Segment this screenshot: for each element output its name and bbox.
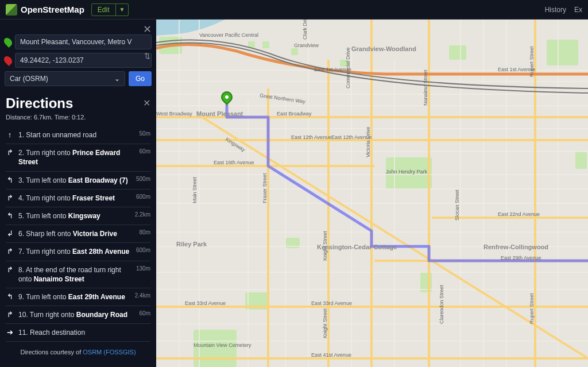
step-text: 9. Turn left onto East 29th Avenue <box>18 292 130 302</box>
svg-text:Clarendon Street: Clarendon Street <box>439 284 444 324</box>
svg-text:Fraser Street: Fraser Street <box>262 173 268 203</box>
direction-step[interactable]: ↱4. Turn right onto Fraser Street600m <box>6 190 150 207</box>
svg-text:East 16th Avenue: East 16th Avenue <box>214 160 254 165</box>
edit-dropdown-button[interactable]: ▼ <box>116 3 129 16</box>
route-form: ⇅ Car (OSRM) ⌄ Go <box>0 20 156 91</box>
svg-text:Mountain View Cemetery: Mountain View Cemetery <box>194 342 252 348</box>
to-marker-icon <box>2 55 14 66</box>
svg-rect-10 <box>262 41 269 48</box>
svg-text:East 41st Avenue: East 41st Avenue <box>311 352 351 358</box>
direction-step[interactable]: ➔11. Reach destination <box>6 324 150 342</box>
map-canvas[interactable]: Mount Pleasant Grandview-Woodland Riley … <box>156 20 588 367</box>
go-button[interactable]: Go <box>129 71 152 86</box>
directions-credit: Directions courtesy of OSRM (FOSSGIS) <box>6 342 150 362</box>
from-marker-icon <box>2 36 14 48</box>
step-text: 2. Turn right onto Prince Edward Street <box>18 148 135 167</box>
close-directions-button[interactable]: ✕ <box>143 98 150 109</box>
step-distance: 60m <box>140 148 150 154</box>
step-distance: 2.4km <box>135 292 150 299</box>
step-direction-icon: ↱ <box>6 310 14 319</box>
nav-export[interactable]: Ex <box>574 6 582 14</box>
mode-label: Car (OSRM) <box>10 75 48 83</box>
step-distance: 60m <box>140 310 150 316</box>
step-direction-icon: ↲ <box>6 229 14 238</box>
step-text: 5. Turn left onto Kingsway <box>18 211 130 221</box>
svg-text:East 33rd Avenue: East 33rd Avenue <box>185 300 226 306</box>
step-direction-icon: ↑ <box>6 130 14 139</box>
svg-text:Commercial Drive: Commercial Drive <box>345 47 351 88</box>
svg-text:Main Street: Main Street <box>192 176 198 203</box>
step-text: 6. Sharp left onto Victoria Drive <box>18 229 135 238</box>
mode-select[interactable]: Car (OSRM) ⌄ <box>5 71 125 86</box>
svg-text:Kensington-Cedar Cottage: Kensington-Cedar Cottage <box>317 244 397 250</box>
svg-rect-1 <box>194 330 237 367</box>
svg-text:East 22nd Avenue: East 22nd Avenue <box>498 211 540 217</box>
svg-text:East 33rd Avenue: East 33rd Avenue <box>311 300 352 306</box>
step-text: 4. Turn right onto Fraser Street <box>18 194 131 203</box>
step-direction-icon: ↰ <box>6 211 14 220</box>
osm-logo-icon <box>6 4 17 16</box>
chevron-down-icon: ⌄ <box>114 75 120 83</box>
svg-text:Vancouver Pacific Central: Vancouver Pacific Central <box>199 32 258 38</box>
edit-button[interactable]: Edit <box>91 3 116 16</box>
step-distance: 130m <box>136 265 150 272</box>
step-text: 7. Turn right onto East 28th Avenue <box>18 247 131 256</box>
edit-button-group: Edit ▼ <box>91 3 129 16</box>
step-direction-icon: ↱ <box>6 265 14 274</box>
step-text: 1. Start on unnamed road <box>18 130 135 140</box>
direction-step[interactable]: ↱7. Turn right onto East 28th Avenue600m <box>6 243 150 261</box>
svg-text:John Hendry Park: John Hendry Park <box>386 169 428 175</box>
svg-text:Knight Street: Knight Street <box>322 308 328 338</box>
nav-history[interactable]: History <box>545 6 566 14</box>
step-direction-icon: ↰ <box>6 292 14 301</box>
svg-rect-3 <box>547 40 578 65</box>
direction-step[interactable]: ↲6. Sharp left onto Victoria Drive80m <box>6 225 150 243</box>
brand-block[interactable]: OpenStreetMap <box>6 4 84 16</box>
svg-text:Renfrew-Collingwood: Renfrew-Collingwood <box>483 244 548 250</box>
to-input[interactable] <box>15 53 152 68</box>
svg-text:Victoria Drive: Victoria Drive <box>365 127 371 157</box>
svg-text:Grandview: Grandview <box>294 43 319 48</box>
directions-summary: Distance: 6.7km. Time: 0:12. <box>6 114 150 121</box>
svg-text:Nanaimo Street: Nanaimo Street <box>423 69 428 106</box>
step-text: 8. At the end of the road turn right ont… <box>18 265 131 284</box>
step-direction-icon: ↱ <box>6 148 14 157</box>
directions-sidebar: ✕ ⇅ Car (OSRM) ⌄ Go ✕ Directions Distanc… <box>0 20 156 367</box>
direction-step[interactable]: ↱8. At the end of the road turn right on… <box>6 261 150 288</box>
svg-text:Rupert Street: Rupert Street <box>529 293 535 324</box>
step-direction-icon: ➔ <box>6 328 14 337</box>
directions-section: ✕ Directions Distance: 6.7km. Time: 0:12… <box>0 91 156 367</box>
svg-text:Mount Pleasant: Mount Pleasant <box>196 110 243 117</box>
svg-text:East 12th Avenue: East 12th Avenue <box>291 134 331 140</box>
step-text: 3. Turn left onto East Broadway (7) <box>18 176 131 185</box>
step-distance: 600m <box>136 194 150 200</box>
step-distance: 80m <box>140 229 150 235</box>
swap-button[interactable]: ⇅ <box>144 52 150 60</box>
svg-text:East Broadway: East Broadway <box>277 111 312 117</box>
step-distance: 600m <box>136 247 150 253</box>
from-input[interactable] <box>15 34 152 49</box>
direction-step[interactable]: ↑1. Start on unnamed road50m <box>6 126 150 144</box>
direction-step[interactable]: ↱10. Turn right onto Boundary Road60m <box>6 306 150 324</box>
svg-rect-5 <box>575 152 587 169</box>
svg-text:East 29th Avenue: East 29th Avenue <box>501 255 541 261</box>
svg-rect-11 <box>291 48 298 55</box>
direction-step[interactable]: ↰5. Turn left onto Kingsway2.2km <box>6 207 150 225</box>
svg-text:Knight Street: Knight Street <box>322 230 328 261</box>
direction-step[interactable]: ↱2. Turn right onto Prince Edward Street… <box>6 144 150 171</box>
step-distance: 50m <box>140 130 150 137</box>
svg-rect-4 <box>449 45 466 60</box>
step-distance: 500m <box>136 176 150 182</box>
directions-title: Directions <box>6 95 150 111</box>
direction-step[interactable]: ↰9. Turn left onto East 29th Avenue2.4km <box>6 288 150 306</box>
osrm-link[interactable]: OSRM (FOSSGIS) <box>83 349 136 356</box>
app-header: OpenStreetMap Edit ▼ History Ex <box>0 0 588 20</box>
direction-step[interactable]: ↰3. Turn left onto East Broadway (7)500m <box>6 172 150 190</box>
svg-text:Clark Drive: Clark Drive <box>302 20 308 40</box>
origin-marker-icon[interactable] <box>221 91 233 107</box>
step-distance: 2.2km <box>135 211 150 218</box>
step-text: 10. Turn right onto Boundary Road <box>18 310 135 319</box>
step-text: 11. Reach destination <box>18 328 146 337</box>
svg-text:Slocan Street: Slocan Street <box>454 189 460 221</box>
step-direction-icon: ↱ <box>6 194 14 202</box>
